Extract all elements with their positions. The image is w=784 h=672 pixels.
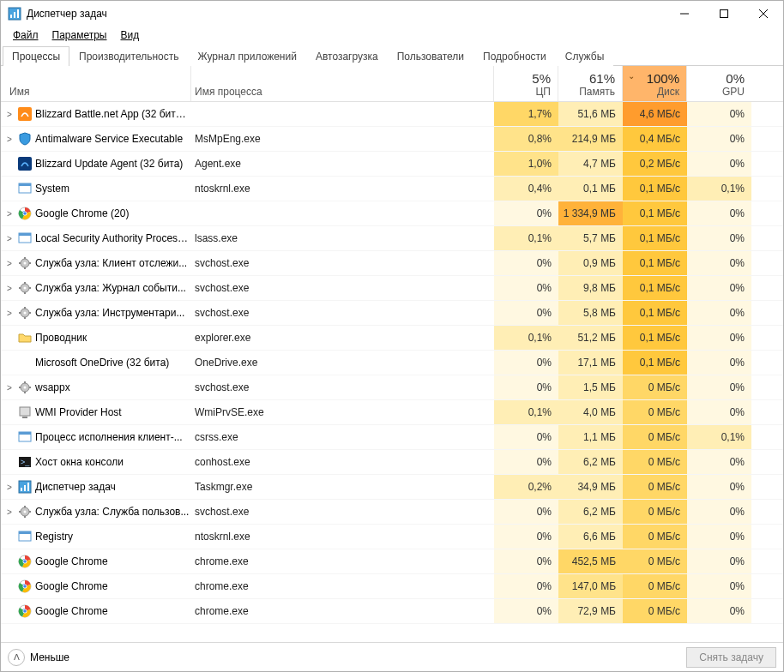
process-row[interactable]: >wsappxsvchost.exe0%1,5 МБ0 МБ/с0% (1, 375, 783, 400)
maximize-button[interactable] (704, 1, 744, 27)
minimize-button[interactable] (665, 1, 704, 27)
expand-icon[interactable]: > (4, 507, 15, 517)
titlebar: Диспетчер задач (1, 1, 783, 27)
process-row[interactable]: Blizzard Update Agent (32 бита)Agent.exe… (1, 152, 783, 177)
expand-icon[interactable]: > (4, 110, 15, 119)
name-cell: Microsoft OneDrive (32 бита) (1, 351, 191, 375)
name-cell: >Служба узла: Клиент отслежи... (1, 251, 191, 275)
menu-view[interactable]: Вид (113, 27, 146, 43)
column-headers: Имя Имя процесса 5% ЦП 61% Память ⌄ 100%… (1, 66, 783, 102)
process-row[interactable]: Проводникexplorer.exe0,1%51,2 МБ0,1 МБ/с… (1, 326, 783, 351)
close-button[interactable] (744, 1, 783, 27)
exe-cell: WmiPrvSE.exe (191, 400, 494, 424)
process-icon (18, 281, 32, 295)
mem-cell: 1,1 МБ (558, 425, 623, 449)
tab-users[interactable]: Пользователи (388, 46, 473, 66)
svg-text:>_: >_ (21, 458, 30, 466)
svg-point-15 (23, 212, 27, 215)
process-row[interactable]: Microsoft OneDrive (32 бита)OneDrive.exe… (1, 351, 783, 375)
mem-pct: 61% (589, 71, 615, 86)
process-row[interactable]: >Antimalware Service ExecutableMsMpEng.e… (1, 127, 783, 152)
process-icon (18, 381, 32, 394)
col-name[interactable]: Имя (1, 66, 191, 101)
col-procname[interactable]: Имя процесса (191, 66, 494, 101)
process-row[interactable]: Google Chromechrome.exe0%147,0 МБ0 МБ/с0… (1, 574, 783, 599)
process-row[interactable]: >Служба узла: Журнал событи...svchost.ex… (1, 276, 783, 301)
process-row[interactable]: >Служба узла: Клиент отслежи...svchost.e… (1, 251, 783, 276)
process-list[interactable]: >Blizzard Battle.net App (32 бита)...1,7… (1, 102, 783, 642)
exe-cell: chrome.exe (191, 574, 494, 598)
process-icon (18, 530, 32, 543)
process-icon (18, 430, 32, 444)
name-cell: >Служба узла: Инструментари... (1, 301, 191, 325)
mem-cell: 0,1 МБ (558, 177, 623, 201)
name-cell: Registry (1, 525, 191, 549)
process-row[interactable]: >Google Chrome (20)0%1 334,9 МБ0,1 МБ/с0… (1, 201, 783, 226)
mem-cell: 214,9 МБ (558, 127, 623, 151)
cpu-cell: 0,1% (494, 326, 558, 350)
exe-cell: chrome.exe (191, 549, 494, 573)
cpu-label: ЦП (535, 86, 551, 98)
mem-cell: 6,6 МБ (558, 525, 623, 549)
mem-cell: 0,9 МБ (558, 251, 623, 275)
col-memory[interactable]: 61% Память (558, 66, 623, 101)
process-icon (18, 207, 32, 220)
fewer-details-label[interactable]: Меньше (30, 651, 69, 663)
expand-icon[interactable]: > (4, 234, 15, 243)
end-task-button[interactable]: Снять задачу (686, 647, 776, 668)
svg-point-53 (24, 511, 27, 513)
cpu-cell: 0% (494, 525, 558, 549)
process-icon (18, 405, 32, 419)
tab-performance[interactable]: Производительность (69, 46, 188, 66)
expand-icon[interactable]: > (4, 383, 15, 393)
tab-processes[interactable]: Процессы (3, 46, 69, 66)
gpu-cell: 0% (687, 276, 751, 300)
expand-icon[interactable]: > (4, 483, 15, 492)
process-icon (18, 356, 32, 369)
svg-point-19 (24, 262, 27, 265)
process-icon (18, 157, 32, 171)
process-row[interactable]: >Local Security Authority Process...lsas… (1, 226, 783, 251)
process-row[interactable]: >Blizzard Battle.net App (32 бита)...1,7… (1, 102, 783, 127)
disk-cell: 0,1 МБ/с (623, 177, 687, 201)
process-row[interactable]: WMI Provider HostWmiPrvSE.exe0,1%4,0 МБ0… (1, 400, 783, 425)
tab-details[interactable]: Подробности (473, 46, 556, 66)
name-cell: >Служба узла: Журнал событи... (1, 276, 191, 300)
col-gpu[interactable]: 0% GPU (687, 66, 751, 101)
mem-cell: 4,0 МБ (558, 400, 623, 424)
collapse-button[interactable]: ᐱ (8, 649, 25, 666)
expand-icon[interactable]: > (4, 284, 15, 293)
col-cpu[interactable]: 5% ЦП (494, 66, 558, 101)
process-row[interactable]: >Служба узла: Служба пользов...svchost.e… (1, 500, 783, 525)
svg-rect-1 (10, 15, 12, 18)
disk-cell: 0,4 МБ/с (623, 127, 687, 151)
expand-icon[interactable]: > (4, 309, 15, 318)
svg-rect-45 (19, 432, 31, 435)
gpu-cell: 0% (687, 599, 751, 623)
col-disk[interactable]: ⌄ 100% Диск (623, 66, 687, 101)
process-row[interactable]: Systemntoskrnl.exe0,4%0,1 МБ0,1 МБ/с0,1% (1, 177, 783, 201)
svg-point-37 (24, 387, 27, 389)
gpu-cell: 0% (687, 152, 751, 176)
expand-icon[interactable]: > (4, 135, 15, 144)
process-row[interactable]: Google Chromechrome.exe0%72,9 МБ0 МБ/с0% (1, 599, 783, 624)
expand-icon[interactable]: > (4, 209, 15, 219)
process-row[interactable]: >Диспетчер задачTaskmgr.exe0,2%34,9 МБ0 … (1, 475, 783, 500)
process-row[interactable]: >_Хост окна консолиconhost.exe0%6,2 МБ0 … (1, 450, 783, 475)
process-row[interactable]: Google Chromechrome.exe0%452,5 МБ0 МБ/с0… (1, 549, 783, 574)
tab-apphistory[interactable]: Журнал приложений (189, 46, 306, 66)
process-row[interactable]: Registryntoskrnl.exe0%6,6 МБ0 МБ/с0% (1, 525, 783, 549)
tab-services[interactable]: Службы (556, 46, 613, 66)
mem-cell: 51,6 МБ (558, 102, 623, 126)
expand-icon[interactable]: > (4, 259, 15, 268)
mem-cell: 6,2 МБ (558, 450, 623, 474)
menu-file[interactable]: Файл (6, 27, 45, 43)
process-row[interactable]: >Служба узла: Инструментари...svchost.ex… (1, 301, 783, 326)
process-row[interactable]: Процесс исполнения клиент-...csrss.exe0%… (1, 425, 783, 450)
name-cell: >_Хост окна консоли (1, 450, 191, 474)
tab-startup[interactable]: Автозагрузка (306, 46, 388, 66)
name-cell: Google Chrome (1, 599, 191, 623)
process-icon (18, 306, 32, 320)
menu-options[interactable]: Параметры (45, 27, 114, 43)
svg-rect-2 (14, 12, 15, 18)
